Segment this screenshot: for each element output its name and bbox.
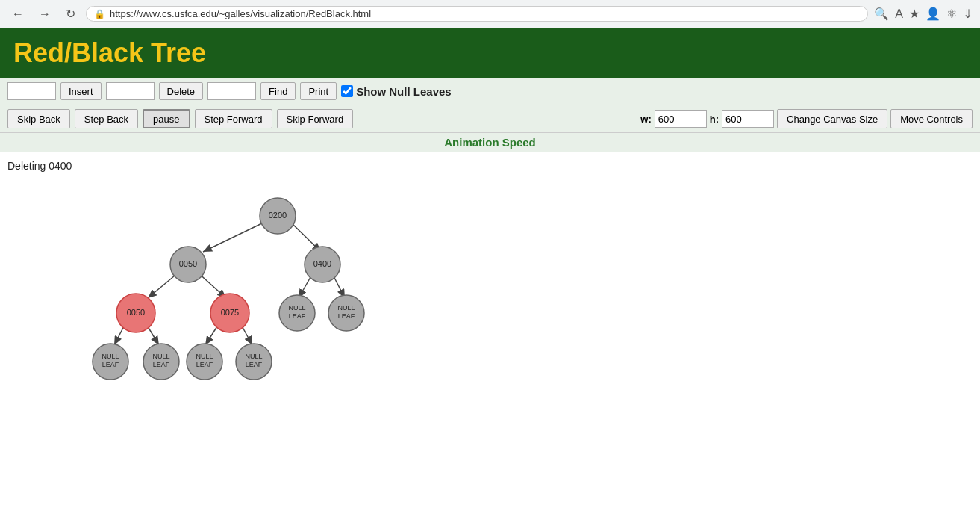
refresh-button[interactable]: ↻	[61, 5, 80, 22]
null-leaf-6: NULL LEAF	[236, 344, 272, 380]
svg-text:LEAF: LEAF	[338, 312, 355, 320]
delete-input[interactable]	[106, 82, 155, 100]
svg-text:NULL: NULL	[245, 353, 262, 360]
svg-text:0200: 0200	[269, 211, 287, 220]
svg-text:0400: 0400	[313, 259, 331, 268]
pause-button[interactable]: pause	[143, 109, 190, 128]
app-header: Red/Black Tree	[0, 28, 980, 78]
star-icon: ★	[909, 7, 920, 21]
canvas-area: Deleting 0400 0200	[0, 152, 980, 504]
step-forward-button[interactable]: Step Forward	[195, 109, 272, 128]
node-red-0050: 0050	[116, 294, 155, 332]
delete-button[interactable]: Delete	[159, 82, 204, 100]
w-label: w:	[640, 114, 651, 125]
svg-text:NULL: NULL	[102, 353, 119, 360]
controls-bar: Insert Delete Find Print Show Null Leave…	[0, 78, 980, 105]
node-0400: 0400	[305, 247, 340, 282]
show-null-leaves-checkbox[interactable]	[341, 85, 353, 97]
canvas-size-group: w: h: Change Canvas Size Move Controls	[640, 109, 973, 128]
zoom-icon: 🔍	[874, 7, 889, 21]
step-back-button[interactable]: Step Back	[75, 109, 138, 128]
skip-back-button[interactable]: Skip Back	[7, 109, 70, 128]
app-title: Red/Black Tree	[13, 37, 206, 68]
svg-text:0075: 0075	[221, 308, 239, 317]
svg-text:LEAF: LEAF	[246, 361, 263, 368]
null-leaf-4: NULL LEAF	[143, 344, 179, 380]
svg-text:NULL: NULL	[337, 304, 355, 312]
height-input[interactable]	[722, 110, 774, 128]
font-icon: A	[895, 7, 903, 21]
null-leaf-2: NULL LEAF	[328, 295, 364, 331]
browser-icons: 🔍 A ★ 👤 ⚛ ⇓	[874, 7, 973, 21]
find-input[interactable]	[207, 82, 256, 100]
animation-speed-row: Animation Speed	[0, 133, 980, 152]
insert-button[interactable]: Insert	[60, 82, 102, 100]
svg-text:0050: 0050	[179, 259, 197, 268]
browser-toolbar: ← → ↻ 🔒 https://www.cs.usfca.edu/~galles…	[0, 0, 980, 28]
find-button[interactable]: Find	[260, 82, 296, 100]
svg-text:LEAF: LEAF	[289, 312, 306, 320]
insert-input[interactable]	[7, 82, 56, 100]
node-red-0075: 0075	[210, 294, 249, 332]
tree-svg: 0200 0050 0400 0050 0075 NULL LEAF	[0, 160, 485, 496]
h-label: h:	[710, 114, 719, 125]
svg-text:LEAF: LEAF	[153, 361, 170, 368]
avatar-icon: 👤	[926, 7, 940, 21]
svg-text:NULL: NULL	[152, 353, 169, 360]
lock-icon: 🔒	[94, 9, 105, 19]
edge-200-050	[203, 222, 265, 252]
move-controls-button[interactable]: Move Controls	[890, 109, 973, 128]
null-leaf-1: NULL LEAF	[279, 295, 315, 331]
show-null-leaves-text: Show Null Leaves	[356, 85, 452, 98]
svg-text:LEAF: LEAF	[102, 361, 119, 368]
download-icon: ⇓	[963, 7, 973, 21]
null-leaf-3: NULL LEAF	[93, 344, 128, 380]
svg-text:NULL: NULL	[288, 304, 305, 312]
svg-text:NULL: NULL	[196, 353, 213, 360]
back-button[interactable]: ←	[7, 6, 28, 22]
forward-button[interactable]: →	[34, 6, 55, 22]
change-canvas-button[interactable]: Change Canvas Size	[777, 109, 887, 128]
svg-text:LEAF: LEAF	[196, 361, 213, 368]
show-null-leaves-label[interactable]: Show Null Leaves	[341, 85, 452, 98]
address-bar[interactable]: 🔒 https://www.cs.usfca.edu/~galles/visua…	[86, 6, 868, 22]
print-button[interactable]: Print	[300, 82, 337, 100]
null-leaf-5: NULL LEAF	[187, 344, 222, 380]
node-0050-inner: 0050	[170, 247, 206, 282]
extensions-icon: ⚛	[946, 7, 957, 21]
svg-text:0050: 0050	[127, 308, 145, 317]
animation-bar: Skip Back Step Back pause Step Forward S…	[0, 105, 980, 133]
node-0200: 0200	[260, 198, 296, 234]
url-text: https://www.cs.usfca.edu/~galles/visuali…	[110, 8, 860, 19]
skip-forward-button[interactable]: Skip Forward	[277, 109, 354, 128]
width-input[interactable]	[655, 110, 707, 128]
animation-speed-label: Animation Speed	[7, 136, 973, 149]
